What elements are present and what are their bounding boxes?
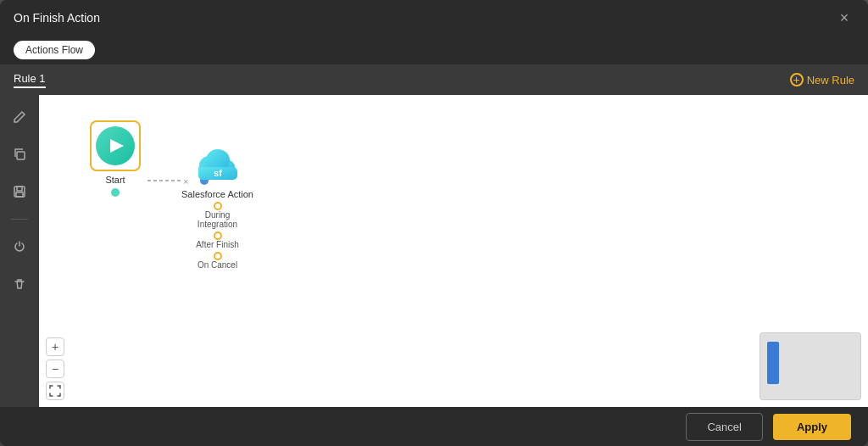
start-output-dot[interactable] (111, 188, 120, 197)
start-node-box (90, 120, 141, 171)
start-circle (96, 126, 135, 165)
edit-icon[interactable] (8, 105, 31, 129)
integration-label: Integration (198, 220, 237, 229)
power-icon[interactable] (8, 235, 31, 259)
canvas-area: Start × (39, 95, 868, 407)
during-dot[interactable] (214, 202, 222, 210)
new-rule-icon: + (790, 73, 804, 86)
svg-rect-0 (17, 152, 25, 159)
start-node[interactable]: Start (90, 120, 141, 197)
after-label: After Finish (196, 240, 239, 249)
rule-1-tab[interactable]: Rule 1 (14, 72, 46, 88)
main-area: Start × (0, 95, 868, 407)
svg-rect-3 (16, 192, 23, 197)
minimap (760, 332, 861, 400)
new-rule-button[interactable]: + New Rule (790, 73, 854, 86)
svg-rect-2 (17, 187, 22, 191)
cancel-label: On Cancel (198, 260, 237, 270)
save-icon[interactable] (8, 180, 31, 203)
zoom-in-button[interactable]: + (46, 337, 64, 356)
toolbar-separator (11, 219, 28, 220)
play-icon (110, 139, 124, 153)
tab-actions-flow[interactable]: Actions Flow (14, 41, 95, 59)
cancel-dot[interactable] (214, 252, 222, 260)
minimap-content (767, 342, 779, 384)
sf-node-label: Salesforce Action (181, 189, 253, 199)
apply-button[interactable]: Apply (773, 414, 851, 440)
copy-icon[interactable] (8, 142, 31, 166)
new-rule-label: New Rule (807, 74, 854, 86)
cancel-button[interactable]: Cancel (686, 413, 762, 441)
svg-text:sf: sf (214, 168, 222, 178)
close-button[interactable]: × (834, 8, 854, 28)
left-toolbar (0, 95, 39, 407)
modal-footer: Cancel Apply (0, 407, 868, 446)
zoom-out-button[interactable]: − (46, 360, 64, 378)
rules-bar: Rule 1 + New Rule (0, 64, 868, 95)
after-dot[interactable] (214, 231, 222, 240)
sf-cloud-svg: sf (192, 142, 243, 184)
salesforce-node[interactable]: sf Salesforce Action During Integration … (181, 142, 253, 270)
start-node-label: Start (105, 175, 125, 185)
modal-title: On Finish Action (14, 11, 100, 25)
fit-button[interactable] (46, 382, 64, 400)
flow-connector-svg: × (39, 95, 868, 407)
zoom-controls: + − (46, 337, 64, 400)
modal-container: On Finish Action × Actions Flow Rule 1 +… (0, 0, 868, 446)
tabs-bar: Actions Flow (0, 36, 868, 64)
during-label: During (205, 210, 230, 220)
modal-header: On Finish Action × (0, 0, 868, 36)
trash-icon[interactable] (8, 272, 31, 296)
